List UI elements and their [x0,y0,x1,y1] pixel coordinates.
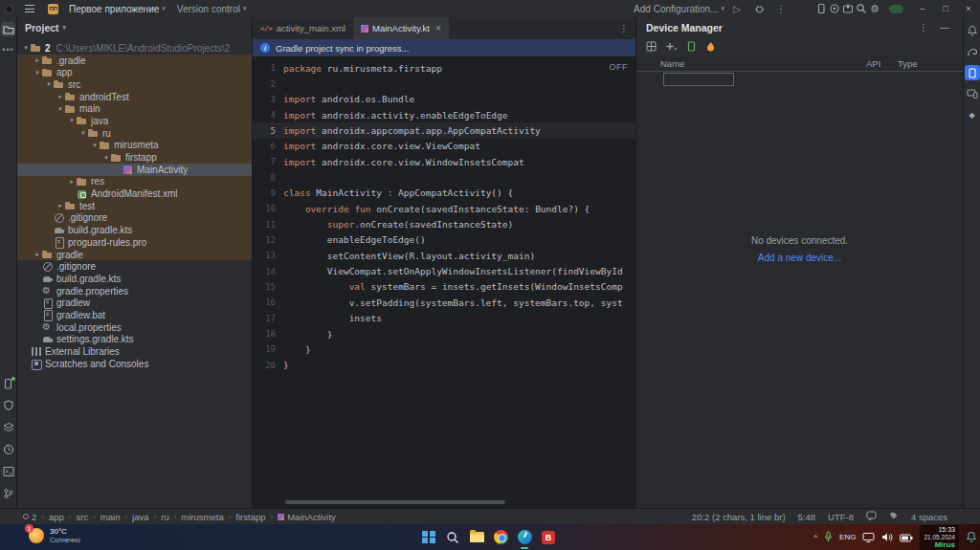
physical-device-icon[interactable] [686,38,697,55]
code-line[interactable]: 3import android.os.Bundle [253,92,635,107]
expand-arrow[interactable]: ▸ [56,202,65,209]
expand-arrow[interactable]: ▾ [21,44,31,52]
resource-manager-button[interactable] [1,398,16,413]
expand-arrow[interactable]: ▾ [56,105,65,113]
column-name[interactable]: Name [660,58,866,69]
chrome-button[interactable] [493,530,508,545]
tree-item--gradle[interactable]: ▸.gradle [17,55,252,67]
column-type[interactable]: Type [898,58,918,69]
more-toolwindows-button[interactable]: ••• [2,45,13,55]
app-b-button[interactable]: B [541,530,556,545]
gradle-button[interactable] [965,44,980,59]
encoding-widget[interactable]: UTF-8 [828,512,854,522]
caret-position-widget[interactable]: 20:2 (2 chars, 1 line br) [692,512,786,522]
flame-icon[interactable] [705,38,716,55]
tree-item-mainactivity[interactable]: MainActivity [17,164,252,176]
tree-item-local-properties[interactable]: local.properties [17,321,252,334]
tab-options-button[interactable]: ⋮ [612,17,635,39]
expand-arrow[interactable]: ▸ [33,56,42,64]
hidden-icons-button[interactable]: ^ [813,533,817,541]
tree-item-app[interactable]: ▾app [17,66,252,78]
search-icon[interactable] [855,2,868,15]
code-line[interactable]: 7import androidx.core.view.WindowInsetsC… [253,154,635,169]
tree-item-build-gradle-kts[interactable]: build.gradle.kts [17,224,252,236]
tree-item--gitignore[interactable]: .gitignore [17,260,252,273]
battery-icon[interactable] [900,529,913,546]
tab-close-icon[interactable]: × [435,23,441,33]
tree-item-settings-gradle-kts[interactable]: settings.gradle.kts [17,334,252,346]
tree-item-scratches-and-consoles[interactable]: Scratches and Consoles [17,358,252,370]
code-line[interactable]: 2 [253,76,635,91]
expand-arrow[interactable]: ▸ [33,251,42,258]
expand-arrow[interactable]: ▸ [56,93,65,100]
tree-item-ru[interactable]: ▾ru [17,127,252,140]
tree-item-external-libraries[interactable]: External Libraries [17,345,252,358]
build-variants-button[interactable] [1,420,16,435]
tree-item-androidmanifest-xml[interactable]: AndroidManifest.xml [17,187,252,200]
tree-item--gitignore[interactable]: .gitignore [17,212,252,225]
running-devices-button[interactable] [1,376,16,391]
column-api[interactable]: API [866,58,898,69]
device-manager-button[interactable] [965,65,980,80]
tree-item-proguard-rules-pro[interactable]: proguard-rules.pro [17,236,252,249]
horizontal-scrollbar[interactable] [285,500,505,504]
code-line[interactable]: 12 enableEdgeToEdge() [253,232,635,248]
breadcrumb-item-src[interactable]: src [77,512,89,522]
code-line[interactable]: 6import androidx.core.view.ViewCompat [253,139,635,154]
code-line[interactable]: 1package ru.mirusmeta.firstapp [253,60,635,76]
code-line[interactable]: 18 } [253,326,635,341]
code-line[interactable]: 15 val systemBars = insets.getInsets(Win… [253,279,635,295]
breadcrumb-item-main[interactable]: main [100,512,121,522]
history-button[interactable] [1,442,16,457]
expand-arrow[interactable]: ▾ [33,69,42,77]
code-line[interactable]: 9class MainActivity : AppCompatActivity(… [253,186,635,201]
tree-item-androidtest[interactable]: ▸androidTest [17,91,252,103]
breadcrumb-item-app[interactable]: app [49,512,64,522]
window-maximize-button[interactable]: □ [934,0,957,17]
expand-arrow[interactable]: ▾ [101,154,111,162]
code-line[interactable]: 14 ViewCompat.setOnApplyWindowInsetsList… [253,263,635,278]
lock-icon[interactable] [889,511,899,522]
tab-activity-main-xml[interactable]: </>activity_main.xml [253,17,353,39]
tree-item-firstapp[interactable]: ▾firstapp [17,151,252,164]
add-device-link[interactable]: Add a new device... [636,253,963,263]
window-close-button[interactable]: × [957,0,980,17]
tree-item-gradlew[interactable]: gradlew [17,297,252,309]
settings-icon[interactable]: ⚙ [868,2,881,15]
window-minimize-button[interactable]: – [911,0,934,17]
android-studio-button[interactable] [517,530,532,545]
ai-assistant-button[interactable]: ◆ [965,107,980,122]
language-indicator[interactable]: ENG [839,533,856,541]
code-line[interactable]: 20} [253,358,635,373]
tree-item-test[interactable]: ▸test [17,200,252,212]
code-line[interactable]: 10 override fun onCreate(savedInstanceSt… [253,201,635,216]
code-line[interactable]: 4import androidx.activity.enableEdgeToEd… [253,107,635,122]
project-toolwindow-button[interactable] [1,22,15,36]
expand-arrow[interactable]: ▸ [67,178,77,186]
more-actions-button[interactable]: ⋮ [774,2,788,15]
breadcrumb-item-java[interactable]: java [132,512,148,522]
breadcrumb-item-firstapp[interactable]: firstapp [235,512,265,522]
project-menu[interactable]: Первое приложение ▾ [63,0,171,17]
code-line[interactable]: 8 [253,169,635,185]
clock-widget[interactable]: 15:33 21.05.2024 Mirus [920,525,959,550]
user-avatar[interactable] [889,5,903,13]
expand-arrow[interactable]: ▾ [90,142,100,149]
terminal-button[interactable] [1,464,16,479]
pair-devices-icon[interactable] [646,38,657,55]
tree-item-main[interactable]: ▾main [17,102,252,115]
code-line[interactable]: 11 super.onCreate(savedInstanceState) [253,216,635,231]
profiler-icon[interactable] [828,2,841,15]
notifications-button[interactable] [965,23,980,38]
volume-icon[interactable] [881,529,893,546]
expand-arrow[interactable]: ▾ [44,80,54,88]
tree-item-gradle[interactable]: ▸gradle [17,249,252,261]
run-button[interactable]: ▷ [730,2,744,15]
taskbar-search-button[interactable] [445,530,460,545]
breadcrumb-item-mirusmeta[interactable]: mirusmeta [181,512,223,522]
breadcrumb-item-ru[interactable]: ru [161,512,168,522]
tab-mainactivity-kt[interactable]: MainActivity.kt× [353,17,449,39]
indent-widget[interactable]: 4 spaces [911,512,947,522]
start-button[interactable] [421,530,436,545]
tree-item-mirusmeta[interactable]: ▾mirusmeta [17,140,252,152]
